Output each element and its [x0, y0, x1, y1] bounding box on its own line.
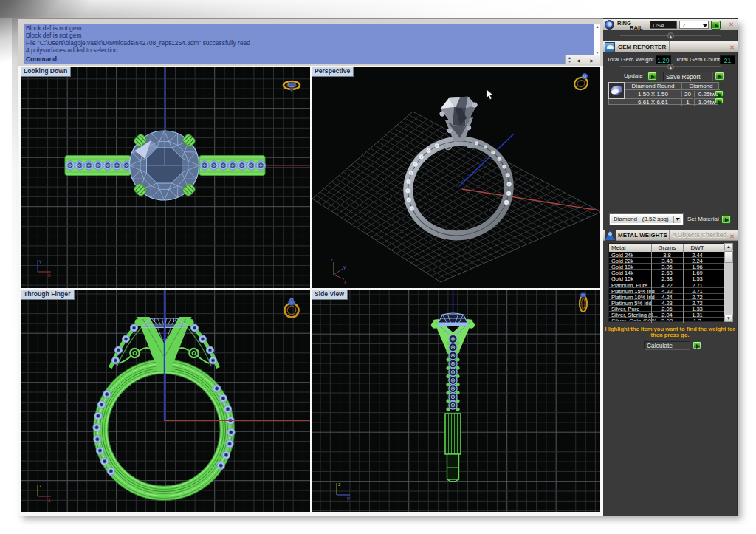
svg-text:z: z — [39, 483, 42, 488]
svg-text:y: y — [343, 264, 346, 270]
svg-text:x: x — [344, 279, 347, 284]
svg-text:x: x — [48, 273, 51, 278]
svg-text:z: z — [331, 257, 333, 262]
svg-text:x: x — [48, 497, 51, 502]
svg-text:y: y — [347, 496, 350, 502]
svg-text:y: y — [39, 259, 42, 264]
svg-text:z: z — [338, 482, 341, 487]
